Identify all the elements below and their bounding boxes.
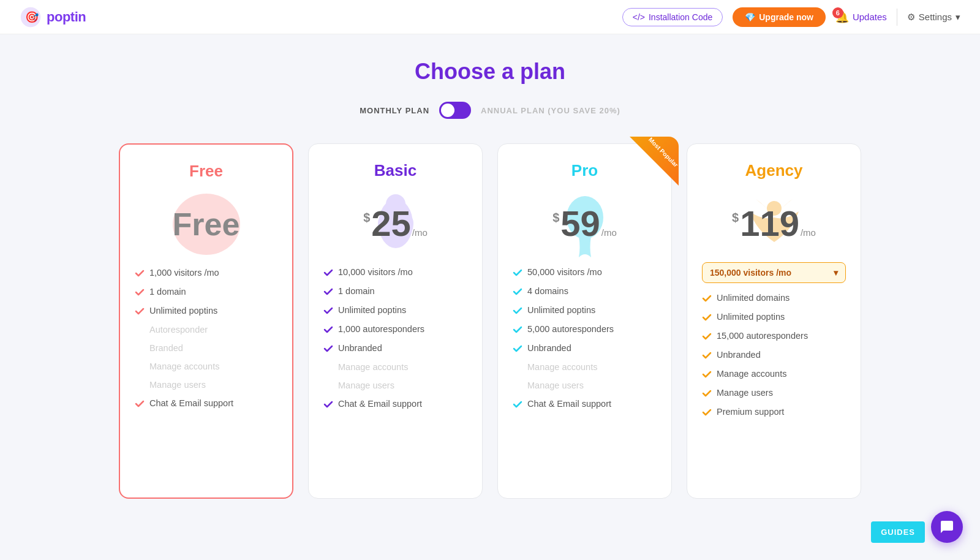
list-item: 50,000 visitors /mo <box>513 267 657 278</box>
feature-text: 15,000 autoresponders <box>717 331 808 341</box>
check-icon <box>135 399 145 409</box>
agency-mascot-area: $ 119 /mo <box>702 190 846 257</box>
feature-text: Unbranded <box>717 350 761 360</box>
upgrade-now-button[interactable]: 💎 Upgrade now <box>733 7 826 27</box>
list-item: Autoresponder <box>135 325 277 335</box>
plan-card-pro: Most Popular Pro $ 59 /mo <box>497 143 672 499</box>
feature-text: 1 domain <box>149 287 186 297</box>
feature-text: Unbranded <box>527 343 571 353</box>
agency-price-display: $ 119 /mo <box>732 206 816 241</box>
chat-icon <box>940 520 954 534</box>
check-icon <box>323 344 333 354</box>
installation-code-button[interactable]: </> Installation Code <box>622 8 723 26</box>
check-icon <box>135 287 145 297</box>
toggle-switch[interactable] <box>439 102 471 119</box>
price-dollar: $ <box>363 211 370 225</box>
price-dollar: $ <box>552 211 559 225</box>
list-item: 4 domains <box>513 286 657 297</box>
feature-text: 1 domain <box>338 286 375 296</box>
gear-icon: ⚙ <box>907 12 915 23</box>
basic-price-display: $ 25 /mo <box>363 206 428 241</box>
price-per: /mo <box>801 227 816 238</box>
settings-label: Settings <box>919 12 952 22</box>
logo-text: poptin <box>47 9 86 25</box>
check-icon <box>513 287 522 297</box>
updates-badge: 6 <box>832 7 843 18</box>
list-item: Manage accounts <box>323 362 467 372</box>
list-item: 5,000 autoresponders <box>513 324 657 335</box>
free-mascot-area: Free <box>135 191 277 258</box>
visitor-dropdown-label: 150,000 visitors /mo <box>710 268 791 278</box>
pro-price-display: $ 59 /mo <box>552 206 617 241</box>
check-icon <box>323 287 333 297</box>
settings-button[interactable]: ⚙ Settings ▾ <box>907 12 960 23</box>
check-icon <box>702 388 712 398</box>
check-icon <box>513 344 522 354</box>
check-icon <box>135 306 145 316</box>
list-item: Manage accounts <box>513 362 657 372</box>
monthly-label: MONTHLY PLAN <box>360 106 429 115</box>
check-icon <box>323 306 333 316</box>
toggle-thumb <box>441 104 454 117</box>
check-icon <box>135 268 145 278</box>
header: 🎯 poptin </> Installation Code 💎 Upgrade… <box>0 0 980 34</box>
plan-name-agency: Agency <box>702 161 846 180</box>
plans-grid: Free Free 1,000 visitors /mo 1 domain <box>119 143 861 499</box>
updates-label: Updates <box>853 12 887 22</box>
installation-code-label: Installation Code <box>649 12 712 22</box>
price-number: 119 <box>740 206 799 241</box>
feature-text: Unlimited poptins <box>717 312 785 322</box>
list-item: 1,000 autoresponders <box>323 324 467 335</box>
feature-text: Manage accounts <box>149 361 219 371</box>
billing-toggle[interactable]: MONTHLY PLAN ANNUAL PLAN (YOU SAVE 20%) <box>360 102 620 119</box>
feature-text: Autoresponder <box>149 325 208 335</box>
list-item: Unlimited poptins <box>135 306 277 316</box>
plan-card-agency: Agency $ 119 /mo <box>687 143 861 499</box>
check-icon <box>513 325 522 335</box>
list-item: Unlimited poptins <box>702 312 846 322</box>
list-item: Manage users <box>323 380 467 390</box>
check-icon <box>513 306 522 316</box>
list-item: Unlimited poptins <box>323 305 467 316</box>
list-item: Unlimited domains <box>702 293 846 303</box>
guides-button[interactable]: GUIDES <box>871 521 925 543</box>
plan-name-basic: Basic <box>323 161 467 180</box>
list-item: 15,000 autoresponders <box>702 331 846 341</box>
pro-features-list: 50,000 visitors /mo 4 domains Unlimited … <box>513 267 657 409</box>
check-icon <box>702 331 712 341</box>
plan-card-basic: Basic $ 25 /mo <box>308 143 483 499</box>
feature-text: 10,000 visitors /mo <box>338 267 413 277</box>
check-icon <box>702 312 712 322</box>
list-item: Unbranded <box>702 350 846 360</box>
visitor-dropdown[interactable]: 150,000 visitors /mo ▾ <box>702 262 846 283</box>
list-item: Chat & Email support <box>513 399 657 409</box>
feature-text: Manage users <box>527 380 584 390</box>
check-icon <box>323 399 333 409</box>
list-item: Premium support <box>702 407 846 417</box>
feature-text: 5,000 autoresponders <box>527 324 614 334</box>
feature-text: Manage accounts <box>717 369 786 379</box>
basic-mascot-area: $ 25 /mo <box>323 190 467 257</box>
list-item: Unbranded <box>513 343 657 354</box>
list-item: Chat & Email support <box>323 399 467 409</box>
pro-mascot-area: $ 59 /mo <box>513 190 657 257</box>
updates-button[interactable]: 🔔 6 Updates <box>835 10 887 24</box>
page-title: Choose a plan <box>415 59 565 85</box>
header-divider <box>897 9 897 26</box>
check-icon <box>323 325 333 335</box>
list-item: Unbranded <box>323 343 467 354</box>
upgrade-label: Upgrade now <box>759 12 813 22</box>
feature-text: Unlimited poptins <box>527 305 595 315</box>
check-icon <box>513 268 522 278</box>
list-item: Manage accounts <box>702 369 846 379</box>
feature-text: Chat & Email support <box>149 398 233 408</box>
chat-button[interactable] <box>931 511 963 543</box>
list-item: 1 domain <box>323 286 467 297</box>
header-actions: </> Installation Code 💎 Upgrade now 🔔 6 … <box>622 7 960 27</box>
chevron-down-icon: ▾ <box>956 12 960 23</box>
price-number: 25 <box>371 206 411 241</box>
feature-text: Manage accounts <box>338 362 408 372</box>
plan-name-pro: Pro <box>513 161 657 180</box>
feature-text: 1,000 autoresponders <box>338 324 424 334</box>
feature-text: Manage users <box>338 380 394 390</box>
